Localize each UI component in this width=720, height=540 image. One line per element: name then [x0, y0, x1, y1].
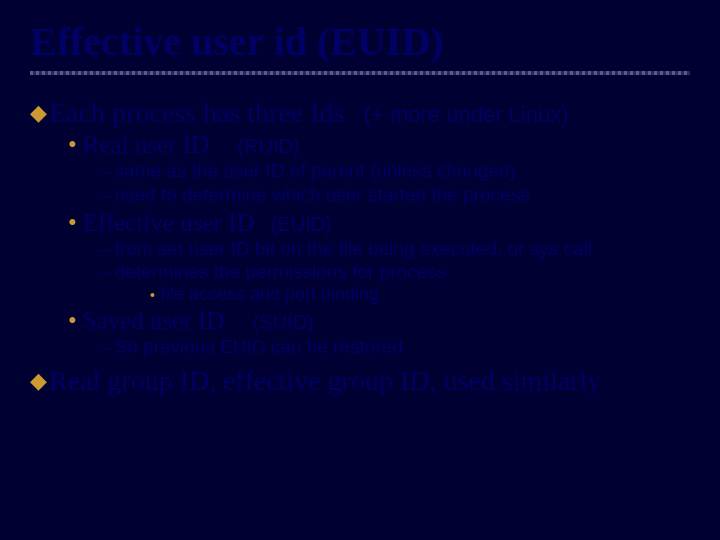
- item-tag: (EUID): [271, 213, 332, 235]
- item-ruid: •Real user ID (RUID): [68, 131, 690, 159]
- bullet-text: Real group ID, effective group ID, used …: [49, 365, 601, 396]
- suid-detail-1: –So previous EUID can be restored: [100, 335, 690, 359]
- bullet-note: (+ more under Linux): [351, 102, 568, 127]
- euid-detail-1: –from set user ID bit on the file being …: [100, 237, 690, 261]
- bullet-each-process: ◆Each process has three Ids (+ more unde…: [30, 97, 690, 129]
- item-tag: (SUID): [253, 311, 314, 333]
- bullet-icon: •: [150, 287, 155, 303]
- item-label: Real user ID: [83, 131, 209, 158]
- diamond-icon: ◆: [30, 100, 47, 125]
- bullet-group-id: ◆Real group ID, effective group ID, used…: [30, 365, 690, 397]
- item-tag: (RUID): [237, 135, 299, 157]
- ruid-detail-2: –used to determine which user started th…: [100, 183, 690, 207]
- bullet-icon: •: [68, 209, 77, 236]
- bullet-text: Each process has three Ids: [49, 97, 344, 128]
- item-label: Effective user ID: [83, 209, 255, 236]
- bullet-icon: •: [68, 131, 77, 158]
- item-suid: •Saved user ID (SUID): [68, 307, 690, 335]
- bullet-icon: •: [68, 307, 77, 334]
- euid-detail-2: –determines the permissions for process: [100, 260, 690, 284]
- euid-detail-2a: •file access and port binding: [150, 284, 690, 305]
- item-label: Saved user ID: [83, 307, 225, 334]
- ruid-detail-1: –same as the user ID of parent (unless c…: [100, 159, 690, 183]
- item-euid: •Effective user ID (EUID): [68, 209, 690, 237]
- diamond-icon: ◆: [30, 368, 47, 393]
- slide: Effective user id (EUID) ◆Each process h…: [0, 0, 720, 397]
- slide-title: Effective user id (EUID): [30, 18, 690, 65]
- title-divider: [30, 71, 690, 75]
